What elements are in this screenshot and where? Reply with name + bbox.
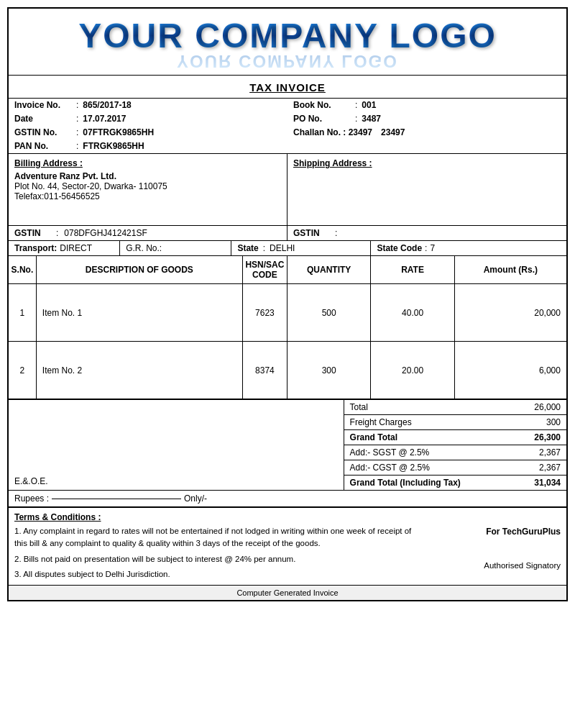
rupees-label: Rupees :	[14, 493, 49, 504]
shipping-gstin-label: GSTIN	[293, 228, 329, 238]
freight-row: Freight Charges 300	[344, 415, 566, 430]
td-desc-1: Item No. 1	[37, 284, 243, 341]
billing-address-line1: Plot No. 44, Sector-20, Dwarka- 110075	[14, 181, 281, 191]
colon-pan: :	[76, 141, 78, 151]
invoice-title-section: TAX INVOICE	[9, 75, 566, 98]
table-row: 1 Item No. 1 7623 500 40.00 20,000	[9, 284, 566, 342]
td-rate-1: 40.00	[371, 284, 454, 341]
book-no-label: Book No.	[293, 100, 351, 110]
total-label: Total	[350, 402, 368, 412]
sgst-value: 2,367	[539, 447, 561, 458]
sgst-label: Add:- SGST @ 2.5%	[350, 447, 430, 458]
footer-text: Computer Generated Invoice	[236, 588, 338, 597]
transport-row: Transport: DIRECT G.R. No.: State : DELH…	[9, 240, 566, 255]
shipping-title: Shipping Address :	[293, 158, 561, 168]
logo-section: YOUR COMPANY LOGO YOUR COMPANY LOGO	[9, 9, 566, 75]
for-company: For TechGuruPlus	[441, 525, 561, 538]
terms-section: Terms & Conditions : 1. Any complaint in…	[9, 506, 566, 585]
state-value: DELHI	[270, 243, 295, 253]
billing-gstin-label: GSTIN	[14, 228, 50, 238]
shipping-gstin-colon: :	[335, 228, 337, 238]
td-sno-1: 1	[9, 284, 37, 341]
empty-meta-right	[288, 140, 566, 153]
meta-row-1: Invoice No. : 865/2017-18 Book No. : 001	[9, 99, 566, 112]
state-colon: :	[263, 243, 265, 253]
th-amount: Amount (Rs.)	[455, 256, 566, 283]
th-sno: S.No.	[9, 256, 37, 283]
book-no-cell: Book No. : 001	[288, 99, 566, 112]
pan-value: FTRGK9865HH	[83, 141, 144, 151]
td-amount-1: 20,000	[455, 284, 566, 341]
state-code-cell: State Code : 7	[371, 241, 566, 255]
invoice-container: YOUR COMPANY LOGO YOUR COMPANY LOGO TAX …	[7, 7, 568, 601]
terms-line-2-text: 2. Bills not paid on presentation will b…	[14, 553, 424, 565]
billing-gstin-colon: :	[56, 228, 58, 238]
gstin-value: 07FTRGK9865HH	[83, 127, 154, 137]
date-cell: Date : 17.07.2017	[9, 112, 288, 125]
footer-bar: Computer Generated Invoice	[9, 585, 566, 600]
transport-label: Transport:	[14, 243, 57, 253]
meta-row-2: Date : 17.07.2017 PO No. : 3487	[9, 112, 566, 126]
billing-gstin: GSTIN : 078DFGHJ412421SF	[9, 226, 288, 240]
gstin-label: GSTIN No.	[14, 127, 72, 137]
totals-left: E.&.O.E.	[9, 400, 344, 490]
state-code-label: State Code	[377, 243, 422, 253]
td-qty-1: 500	[288, 284, 371, 341]
po-no-label: PO No.	[293, 114, 351, 124]
terms-line-1-text: 1. Any complaint in regard to rates will…	[14, 525, 424, 550]
terms-lines-block: 1. Any complaint in regard to rates will…	[14, 525, 424, 581]
cgst-value: 2,367	[539, 463, 561, 473]
rupees-suffix: Only/-	[184, 493, 207, 504]
gr-cell: G.R. No.:	[120, 241, 231, 255]
transport-value: DIRECT	[60, 243, 92, 253]
terms-line-3-text: 3. All disputes subject to Delhi Jurisdi…	[14, 568, 424, 581]
td-hsn-1: 7623	[243, 284, 288, 341]
totals-section: E.&.O.E. Total 26,000 Freight Charges 30…	[9, 399, 566, 490]
colon-po: :	[355, 114, 357, 124]
td-qty-2: 300	[288, 342, 371, 399]
shipping-gstin: GSTIN :	[288, 226, 566, 240]
td-rate-2: 20.00	[371, 342, 454, 399]
state-cell: State : DELHI	[231, 241, 371, 255]
colon-date: :	[76, 114, 78, 124]
challan-cell: Challan No. : 23497 23497	[288, 126, 566, 139]
billing-gstin-value: 078DFGHJ412421SF	[64, 228, 147, 238]
book-no-value: 001	[362, 100, 376, 110]
company-logo: YOUR COMPANY LOGO	[78, 16, 497, 55]
grand-total-value: 26,300	[534, 432, 561, 442]
terms-title: Terms & Conditions :	[14, 512, 561, 522]
table-row: 2 Item No. 2 8374 300 20.00 6,000	[9, 342, 566, 399]
grand-total-row: Grand Total 26,300	[344, 430, 566, 445]
invoice-title: TAX INVOICE	[249, 81, 326, 94]
meta-row-3: GSTIN No. : 07FTRGK9865HH Challan No. : …	[9, 126, 566, 140]
address-section: Billing Address : Adventure Ranz Pvt. Lt…	[9, 153, 566, 225]
rupees-line	[52, 499, 181, 499]
grand-total-tax-label: Grand Total (Including Tax)	[350, 478, 461, 488]
po-no-cell: PO No. : 3487	[288, 112, 566, 125]
freight-label: Freight Charges	[350, 417, 412, 427]
totals-right: Total 26,000 Freight Charges 300 Grand T…	[344, 400, 566, 490]
po-no-value: 3487	[362, 114, 381, 124]
td-amount-2: 6,000	[455, 342, 566, 399]
meta-row-4: PAN No. : FTRGK9865HH	[9, 140, 566, 153]
th-hsn-line1: HSN/SAC	[245, 260, 284, 270]
date-value: 17.07.2017	[83, 114, 126, 124]
state-code-value: 7	[430, 243, 435, 253]
shipping-address: Shipping Address :	[288, 154, 566, 225]
th-quantity: QUANTITY	[288, 256, 371, 283]
terms-line-1: 1. Any complaint in regard to rates will…	[14, 525, 561, 581]
invoice-no-cell: Invoice No. : 865/2017-18	[9, 99, 288, 112]
invoice-no-label: Invoice No.	[14, 100, 72, 110]
eoe-label: E.&.O.E.	[14, 476, 48, 486]
state-code-colon: :	[425, 243, 427, 253]
td-hsn-2: 8374	[243, 342, 288, 399]
invoice-meta: Invoice No. : 865/2017-18 Book No. : 001…	[9, 98, 566, 153]
for-company-block: For TechGuruPlus Authorised Signatory	[441, 525, 561, 581]
total-value: 26,000	[534, 402, 561, 412]
pan-cell: PAN No. : FTRGK9865HH	[9, 140, 288, 153]
logo-reflection: YOUR COMPANY LOGO	[9, 51, 566, 71]
grand-total-label: Grand Total	[350, 432, 397, 442]
billing-title: Billing Address :	[14, 158, 281, 168]
freight-value: 300	[546, 417, 561, 427]
pan-label: PAN No.	[14, 141, 72, 151]
